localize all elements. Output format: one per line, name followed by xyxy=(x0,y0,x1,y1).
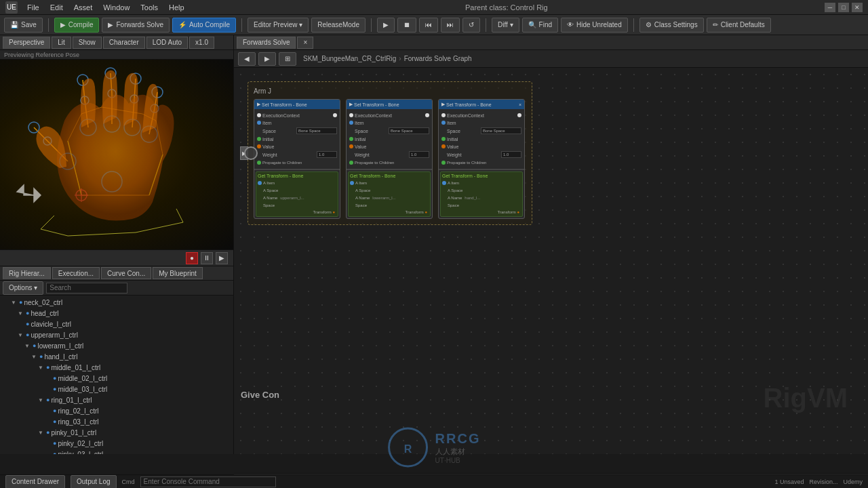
record-button[interactable]: ● xyxy=(186,252,198,264)
find-button[interactable]: 🔍 Find xyxy=(522,18,558,33)
pin xyxy=(349,113,353,117)
viewport-tab-lit[interactable]: Lit xyxy=(52,37,71,49)
viewport-tab-lod[interactable]: LOD Auto xyxy=(146,37,188,49)
pin xyxy=(349,144,353,148)
hide-unrelated-button[interactable]: 👁 Hide Unrelated xyxy=(561,18,628,33)
list-item[interactable]: ● middle_02_l_ctrl xyxy=(0,373,233,384)
pin xyxy=(441,144,446,148)
pin-right xyxy=(517,113,521,117)
list-item[interactable]: ▼ ● lowerarm_l_ctrl xyxy=(0,340,233,351)
menu-help[interactable]: Help xyxy=(165,2,189,13)
pin xyxy=(349,137,353,141)
content-drawer-button[interactable]: Content Drawer xyxy=(5,475,65,489)
step-button[interactable]: ▶ xyxy=(216,252,228,264)
graph-forward-button[interactable]: ▶ xyxy=(258,52,276,66)
graph-back-button[interactable]: ◀ xyxy=(238,52,256,66)
pin-right xyxy=(333,113,337,117)
udemy-label: Udemy xyxy=(843,479,863,485)
pin xyxy=(257,144,261,148)
menu-tools[interactable]: Tools xyxy=(136,2,162,13)
viewport-tab-perspective[interactable]: Perspective xyxy=(3,37,50,49)
viewport-tab-character[interactable]: Character xyxy=(103,37,145,49)
viewport-tabs: Perspective Lit Show Character LOD Auto … xyxy=(0,35,233,50)
close-button[interactable]: ✕ xyxy=(852,3,863,12)
pin xyxy=(257,137,261,141)
list-item[interactable]: ● pinky_03_l_ctrl xyxy=(0,449,233,454)
list-item[interactable]: ▼ ● neck_02_ctrl xyxy=(0,297,233,308)
tab-curve-con[interactable]: Curve Con... xyxy=(101,267,151,279)
pin xyxy=(442,181,446,185)
node-3[interactable]: ▶ Set Transform - Bone × ExecutionContex… xyxy=(438,99,525,219)
graph-tab-close[interactable]: × xyxy=(297,37,313,49)
compile-button[interactable]: ▶ Compile xyxy=(54,18,100,33)
menu-window[interactable]: Window xyxy=(99,2,134,13)
node-1[interactable]: ▶ Set Transform - Bone ExecutionContext xyxy=(254,99,340,219)
list-item[interactable]: ● ring_02_l_ctrl xyxy=(0,405,233,416)
class-settings-button[interactable]: ⚙ Class Settings xyxy=(639,18,704,33)
pin xyxy=(441,121,446,125)
hierarchy-tabs: Rig Hierar... Execution... Curve Con... … xyxy=(0,266,233,281)
list-item[interactable]: ● pinky_02_l_ctrl xyxy=(0,438,233,449)
maximize-button[interactable]: □ xyxy=(838,3,849,12)
auto-compile-button[interactable]: ⚡ Auto Compile xyxy=(172,18,236,33)
hierarchy-toolbar: Options ▾ xyxy=(0,281,233,296)
pin-right xyxy=(425,113,429,117)
list-item[interactable]: ▼ ● hand_l_ctrl xyxy=(0,351,233,362)
save-button[interactable]: 💾 Save xyxy=(4,18,43,33)
node-2[interactable]: ▶ Set Transform - Bone ExecutionContext xyxy=(346,99,433,219)
separator-1 xyxy=(48,18,49,32)
editor-preview-button[interactable]: Editor Preview ▾ xyxy=(248,18,309,33)
app-logo: UE xyxy=(5,1,18,14)
cmd-label: Cmd xyxy=(122,479,135,485)
menu-edit[interactable]: Edit xyxy=(46,2,67,13)
tab-execution[interactable]: Execution... xyxy=(52,267,100,279)
list-item[interactable]: ▼ ● pinky_01_l_ctrl xyxy=(0,427,233,438)
pause-button[interactable]: ⏸ xyxy=(201,252,213,264)
cmd-input[interactable] xyxy=(140,476,276,487)
client-defaults-button[interactable]: ✏ Client Defaults xyxy=(707,18,771,33)
node-1-header: ▶ Set Transform - Bone xyxy=(254,100,340,109)
stop-button[interactable]: ⏹ xyxy=(397,18,416,33)
viewport-tab-show[interactable]: Show xyxy=(73,37,102,49)
list-item[interactable]: ● ring_03_l_ctrl xyxy=(0,416,233,427)
list-item[interactable]: ● clavicle_l_ctrl xyxy=(0,319,233,329)
pin xyxy=(349,161,353,165)
graph-grid-button[interactable]: ⊞ xyxy=(279,52,296,66)
preview-text: Previewing Reference Pose xyxy=(4,52,79,58)
release-mode-button[interactable]: ReleaseMode xyxy=(311,18,366,33)
pin xyxy=(349,121,353,125)
diff-button[interactable]: Diff ▾ xyxy=(492,18,519,33)
node-group-label: Arm J xyxy=(254,87,526,95)
revision-indicator: Revision... xyxy=(809,479,837,485)
list-item[interactable]: ▼ ● head_ctrl xyxy=(0,308,233,319)
main-content: Perspective Lit Show Character LOD Auto … xyxy=(0,35,868,454)
menu-asset[interactable]: Asset xyxy=(70,2,97,13)
separator-5 xyxy=(633,18,634,32)
breadcrumb: SKM_BungeeMan_CR_CtrlRig › Forwards Solv… xyxy=(299,55,476,62)
list-item[interactable]: ▼ ● ring_01_l_ctrl xyxy=(0,394,233,405)
list-item[interactable]: ● middle_03_l_ctrl xyxy=(0,384,233,394)
viewport-tab-zoom[interactable]: x1.0 xyxy=(189,37,214,49)
output-log-button[interactable]: Output Log xyxy=(71,475,116,489)
graph-tabs: Forwards Solve × xyxy=(234,35,868,50)
tab-my-blueprint[interactable]: My Blueprint xyxy=(153,267,203,279)
hierarchy-search[interactable] xyxy=(46,283,127,293)
forward-button[interactable]: ⏭ xyxy=(441,18,460,33)
menu-file[interactable]: File xyxy=(23,2,43,13)
rewind-button[interactable]: ⏮ xyxy=(419,18,438,33)
list-item[interactable]: ▼ ● upperarm_l_ctrl xyxy=(0,329,233,340)
minimize-button[interactable]: ─ xyxy=(825,3,835,12)
loop-button[interactable]: ↺ xyxy=(462,18,480,33)
play-button[interactable]: ▶ xyxy=(377,18,395,33)
graph-canvas[interactable]: Arm J ▶ ▶ Set Transform - Bone Exe xyxy=(234,68,868,454)
forwards-solve-button[interactable]: ▶ Forwards Solve xyxy=(102,18,169,33)
options-button[interactable]: Options ▾ xyxy=(3,281,43,295)
list-item[interactable]: ▼ ● middle_01_l_ctrl xyxy=(0,362,233,373)
tab-rig-hierarchy[interactable]: Rig Hierar... xyxy=(3,267,51,279)
breadcrumb-item-1[interactable]: SKM_BungeeMan_CR_CtrlRig xyxy=(303,55,396,62)
separator-2 xyxy=(241,18,242,32)
tab-forwards-solve[interactable]: Forwards Solve xyxy=(237,37,296,49)
viewport-canvas[interactable] xyxy=(0,60,233,249)
breadcrumb-item-2[interactable]: Forwards Solve Graph xyxy=(404,55,472,62)
node-3-close[interactable]: × xyxy=(519,102,521,107)
